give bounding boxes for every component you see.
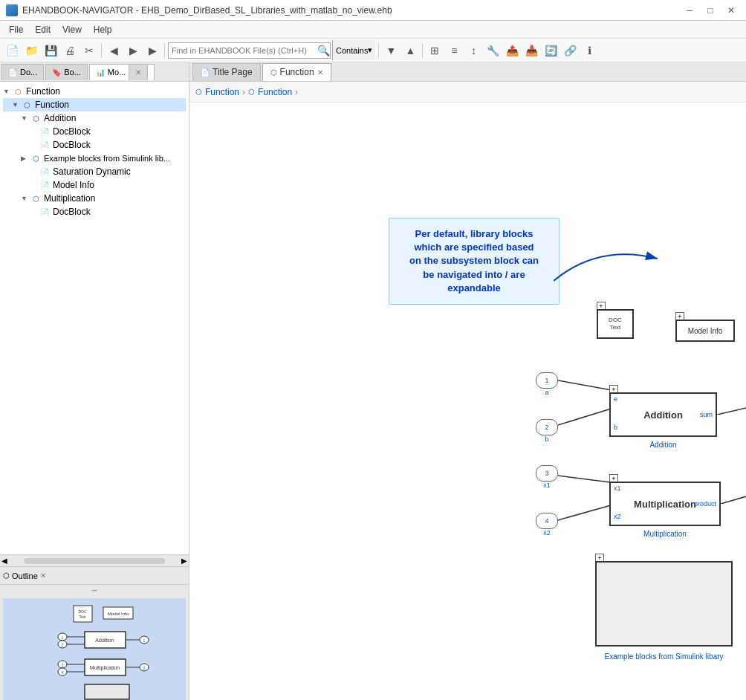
toolbar-grid[interactable]: ⊞ (426, 42, 444, 59)
menu-help[interactable]: Help (88, 23, 118, 36)
port-b-label: 2 (545, 424, 548, 431)
toolbar-link[interactable]: 🔗 (561, 42, 579, 59)
toolbar-export[interactable]: 📤 (503, 42, 521, 59)
tree-multiplication[interactable]: ▼ ⬡ Multiplication (3, 192, 186, 205)
tree-docblock-3[interactable]: ▶ 📄 DocBlock (3, 205, 186, 218)
toolbar: 📄 📁 💾 🖨 ✂ ◀ ▶ ▶ 🔍 Contains ▾ ▼ ▲ ⊞ ≡ ↕ 🔧… (0, 39, 746, 62)
tab-model[interactable]: 📊 Mo... ✕ (89, 64, 155, 80)
addition-block[interactable]: e b Addition sum Addition (609, 392, 717, 437)
toolbar-filter[interactable]: 🔧 (484, 42, 502, 59)
close-button[interactable]: ✕ (722, 1, 740, 19)
toolbar-nav-up[interactable]: ▲ (401, 42, 419, 59)
port-a-container: 1 a (536, 372, 558, 396)
addition-block-label: Addition (611, 441, 716, 449)
breadcrumb: ⬡ Function › ⬡ Function › (189, 82, 746, 103)
svg-text:DOC: DOC (78, 609, 87, 614)
toolbar-sync[interactable]: 🔄 (542, 42, 560, 59)
doc-text-block[interactable]: DOCText (597, 309, 634, 339)
left-panel: 📄 Do... 🔖 Bo... 📊 Mo... ✕ ▼ ⬡ Function (0, 62, 189, 700)
add-in1: e (614, 395, 617, 403)
search-input[interactable] (169, 46, 317, 55)
toolbar-list[interactable]: ≡ (445, 42, 463, 59)
toolbar-btn-1[interactable]: 📄 (3, 42, 21, 59)
breadcrumb-item-2[interactable]: Function (258, 87, 292, 97)
example-block[interactable] (595, 561, 733, 646)
tree-label-docblock-1: DocBlock (53, 126, 91, 137)
tree-example-blocks[interactable]: ▶ ⬡ Example blocks from Simulink lib... (3, 152, 186, 165)
search-mode-dropdown[interactable]: Contains ▾ (332, 40, 375, 60)
menu-bar: File Edit View Help (0, 21, 746, 39)
tree-icon-sat: 📄 (39, 166, 51, 178)
tab-bookmarks[interactable]: 🔖 Bo... (45, 64, 88, 80)
tree-label-mi: Model Info (53, 180, 94, 190)
scroll-left[interactable]: ◀ (0, 557, 9, 565)
minimize-button[interactable]: ─ (681, 1, 698, 19)
toolbar-sep-2 (164, 43, 165, 58)
breadcrumb-item-1[interactable]: Function (205, 87, 239, 97)
multiplication-block[interactable]: x1 x2 Multiplication product Multiplicat… (609, 482, 721, 526)
toolbar-fwd2[interactable]: ▶ (143, 42, 161, 59)
tab-title-page[interactable]: 📄 Title Page (192, 63, 261, 81)
tree-model-info[interactable]: ▶ 📄 Model Info (3, 178, 186, 192)
toolbar-btn-4[interactable]: 🖨 (61, 42, 79, 59)
toolbar-btn-2[interactable]: 📁 (22, 42, 40, 59)
toolbar-btn-5[interactable]: ✂ (80, 42, 98, 59)
menu-file[interactable]: File (3, 23, 29, 36)
tree-icon-function: ⬡ (21, 99, 33, 111)
model-tab-label: Mo... (108, 68, 126, 77)
outline-tabs: ⬡ Outline ✕ (0, 567, 189, 585)
h-scroll[interactable]: ◀ ▶ (0, 554, 189, 566)
svg-line-30 (558, 380, 616, 391)
scroll-thumb[interactable] (24, 558, 165, 564)
outline-label: Outline (12, 571, 38, 580)
bookmark-tab-icon: 🔖 (52, 68, 61, 77)
port-x1[interactable]: 3 (536, 465, 558, 482)
toolbar-sort[interactable]: ↕ (464, 42, 482, 59)
menu-view[interactable]: View (56, 23, 88, 36)
port-x2[interactable]: 4 (536, 513, 558, 529)
tab-function[interactable]: ⬡ Function ✕ (262, 63, 331, 81)
outline-close[interactable]: ✕ (40, 571, 46, 580)
tree-icon-mult: ⬡ (30, 192, 42, 204)
toolbar-back[interactable]: ◀ (105, 42, 123, 59)
toolbar-import[interactable]: 📥 (522, 42, 540, 59)
tab-documents[interactable]: 📄 Do... (1, 64, 44, 80)
model-tab-close[interactable]: ✕ (129, 64, 148, 80)
multiplication-block-label: Multiplication (611, 530, 719, 538)
mult-wires (558, 467, 617, 530)
port-b-container: 2 b (536, 419, 558, 443)
port-x2-name: x2 (536, 529, 558, 537)
svg-text:1: 1 (143, 638, 146, 643)
mult-out-wire (721, 482, 746, 504)
window-title: EHANDBOOK-NAVIGATOR - EHB_Demo_DirBased_… (22, 5, 392, 16)
toolbar-sep-4 (422, 43, 423, 58)
tree-root-function[interactable]: ▼ ⬡ Function (3, 85, 186, 98)
tree-addition[interactable]: ▼ ⬡ Addition (3, 111, 186, 125)
port-b-name: b (536, 435, 558, 443)
diagram-area[interactable]: Per default, library blocks which are sp… (189, 103, 746, 700)
model-info-block[interactable]: Model Info (675, 320, 735, 342)
tree-icon-root: ⬡ (12, 85, 24, 97)
scroll-right[interactable]: ▶ (180, 557, 189, 565)
toolbar-btn-3[interactable]: 💾 (42, 42, 59, 59)
tree-icon-docblock-1: 📄 (39, 126, 51, 137)
toolbar-info[interactable]: ℹ (580, 42, 598, 59)
svg-text:Text: Text (79, 615, 86, 619)
toolbar-forward[interactable]: ▶ (124, 42, 142, 59)
svg-text:Model Info: Model Info (108, 612, 129, 616)
toolbar-nav-down[interactable]: ▼ (382, 42, 400, 59)
port-a-label: 1 (545, 377, 548, 384)
tree-docblock-2[interactable]: ▶ 📄 DocBlock (3, 138, 186, 152)
tree-saturation[interactable]: ▶ 📄 Saturation Dynamic (3, 165, 186, 178)
search-submit[interactable]: 🔍 (317, 45, 330, 56)
menu-edit[interactable]: Edit (29, 23, 56, 36)
main-layout: 📄 Do... 🔖 Bo... 📊 Mo... ✕ ▼ ⬡ Function (0, 62, 746, 700)
maximize-button[interactable]: □ (701, 1, 719, 19)
outline-resize-btn[interactable]: ─ (0, 585, 189, 595)
function-tab-close[interactable]: ✕ (317, 68, 323, 77)
tree-docblock-1[interactable]: ▶ 📄 DocBlock (3, 125, 186, 138)
outline-tab[interactable]: ⬡ Outline ✕ (3, 571, 46, 580)
port-a[interactable]: 1 (536, 372, 558, 389)
port-b[interactable]: 2 (536, 419, 558, 435)
tree-function-selected[interactable]: ▼ ⬡ Function (3, 98, 186, 111)
